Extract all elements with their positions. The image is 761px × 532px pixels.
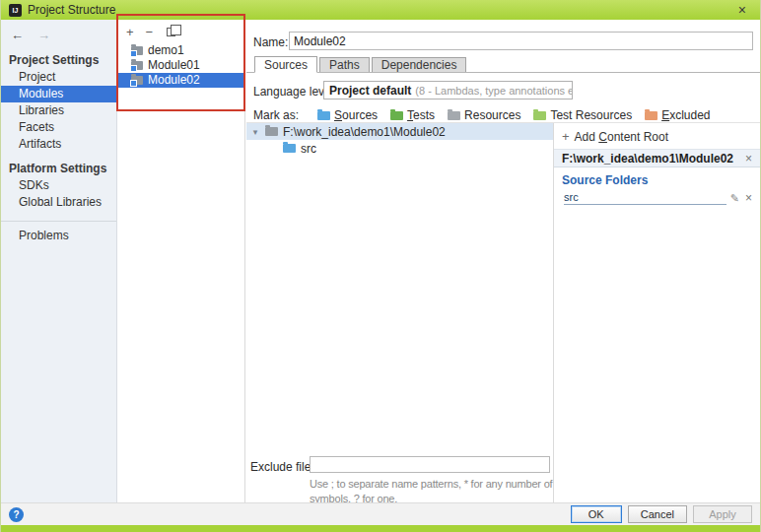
remove-icon[interactable]: −	[146, 25, 154, 39]
source-folders-label: Source Folders	[554, 167, 760, 189]
content-root-tree: ▾ F:\work_idea\demo1\Module02 src	[246, 123, 553, 456]
resources-folder-icon	[448, 111, 460, 120]
source-folder-item[interactable]: src ✎ ×	[554, 189, 760, 206]
sidebar-item-sdks[interactable]: SDKs	[1, 177, 116, 194]
apply-button: Apply	[693, 505, 752, 523]
tests-folder-icon	[390, 111, 403, 120]
close-icon[interactable]: ×	[732, 0, 752, 20]
forward-icon[interactable]: →	[37, 28, 50, 42]
sidebar-item-facets[interactable]: Facets	[1, 119, 116, 136]
sidebar-item-project[interactable]: Project	[1, 69, 116, 86]
add-icon[interactable]: +	[126, 25, 134, 39]
mark-label: Excluded	[661, 108, 710, 122]
add-content-root-label: Add Content Root	[575, 130, 668, 144]
tab-sources[interactable]: Sources	[254, 56, 317, 73]
mark-resources-button[interactable]: Resources	[448, 108, 520, 122]
window-bottom-border	[1, 525, 760, 532]
plus-icon: +	[562, 129, 570, 144]
module-name: Module02	[148, 73, 200, 88]
sidebar-divider	[1, 221, 116, 222]
module-name: demo1	[148, 43, 184, 58]
module-icon	[131, 61, 143, 70]
help-icon[interactable]: ?	[9, 507, 24, 522]
remove-content-root-icon[interactable]: ×	[745, 152, 752, 166]
language-level-select[interactable]: Project default (8 - Lambdas, type annot…	[323, 81, 573, 100]
sidebar-item-modules[interactable]: Modules	[1, 86, 116, 102]
name-label: Name:	[253, 35, 288, 49]
platform-settings-header: Platform Settings	[1, 153, 116, 177]
excluded-folder-icon	[645, 111, 657, 120]
content-root-header: F:\work_idea\demo1\Module02 ×	[554, 149, 760, 167]
add-content-root-link[interactable]: + Add Content Root	[554, 123, 760, 149]
cancel-button[interactable]: Cancel	[628, 505, 687, 523]
mark-label: Test Resources	[550, 108, 632, 122]
sources-folder-icon	[317, 111, 330, 120]
sidebar-item-global-libraries[interactable]: Global Libraries	[1, 194, 116, 211]
window-title: Project Structure	[28, 3, 115, 17]
project-settings-header: Project Settings	[1, 44, 116, 69]
mark-tests-button[interactable]: Tests	[390, 108, 435, 122]
history-nav: ← →	[1, 20, 116, 44]
test-resources-folder-icon	[533, 111, 546, 120]
language-level-value: Project default	[329, 84, 411, 98]
sidebar-item-artifacts[interactable]: Artifacts	[1, 136, 116, 153]
module-toolbar: + −	[117, 20, 244, 43]
mark-excluded-button[interactable]: Excluded	[645, 108, 710, 122]
content-root-detail-panel: + Add Content Root F:\work_idea\demo1\Mo…	[553, 123, 760, 502]
mark-sources-button[interactable]: Sources	[317, 108, 378, 122]
mark-label: Tests	[407, 108, 435, 122]
module-item-module02[interactable]: Module02	[117, 73, 244, 88]
edit-icon[interactable]: ✎	[730, 192, 739, 205]
exclude-files-input[interactable]	[310, 456, 550, 473]
mark-label: Resources	[464, 108, 520, 122]
title-bar: IJ Project Structure ×	[1, 0, 760, 20]
module-icon	[131, 46, 143, 55]
mark-as-label: Mark as:	[253, 108, 299, 122]
module-item-demo1[interactable]: demo1	[117, 43, 244, 58]
tree-root-row[interactable]: ▾ F:\work_idea\demo1\Module02	[246, 123, 553, 140]
editor-tabs: Sources Paths Dependencies	[246, 55, 760, 73]
idea-logo-icon: IJ	[9, 4, 22, 17]
tree-root-path: F:\work_idea\demo1\Module02	[283, 125, 446, 139]
folder-icon	[265, 127, 278, 136]
src-folder-icon	[283, 144, 296, 153]
footer-buttons: OK Cancel Apply	[571, 505, 752, 523]
mark-test-resources-button[interactable]: Test Resources	[533, 108, 632, 122]
copy-icon[interactable]	[167, 28, 175, 36]
source-folder-name: src	[564, 191, 726, 205]
language-level-hint: (8 - Lambdas, type annotations etc.)	[415, 85, 573, 97]
mark-label: Sources	[334, 108, 378, 122]
mark-as-row: Mark as: Sources Tests Resources Test Re…	[253, 107, 711, 123]
sidebar-item-problems[interactable]: Problems	[1, 228, 116, 244]
settings-sidebar: ← → Project Settings Project Modules Lib…	[1, 20, 117, 502]
ok-button[interactable]: OK	[571, 505, 622, 523]
project-structure-dialog: IJ Project Structure × ← → Project Setti…	[0, 0, 761, 532]
tab-paths[interactable]: Paths	[319, 57, 370, 72]
module-icon	[131, 76, 143, 85]
module-name: Module01	[148, 58, 200, 73]
module-list-panel: + − demo1 Module01 Module02	[117, 20, 245, 502]
module-item-module01[interactable]: Module01	[117, 58, 244, 73]
back-icon[interactable]: ←	[11, 28, 24, 42]
tree-src-label: src	[301, 142, 316, 156]
sidebar-item-libraries[interactable]: Libraries	[1, 102, 116, 119]
module-editor-panel: Name: Sources Paths Dependencies Languag…	[246, 20, 760, 502]
content-root-path: F:\work_idea\demo1\Module02	[562, 152, 733, 166]
module-name-input[interactable]	[289, 32, 753, 50]
remove-source-folder-icon[interactable]: ×	[745, 191, 752, 205]
expander-icon[interactable]: ▾	[250, 127, 260, 137]
tree-src-row[interactable]: src	[246, 140, 553, 157]
tab-dependencies[interactable]: Dependencies	[372, 57, 467, 72]
dialog-footer: ? OK Cancel Apply	[1, 502, 760, 525]
